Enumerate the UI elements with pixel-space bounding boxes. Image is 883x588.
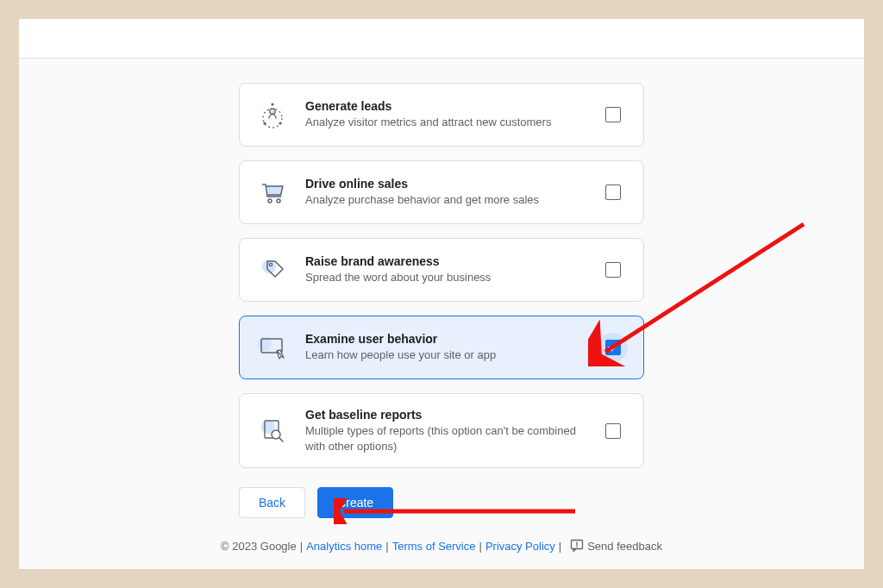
option-drive-online-sales[interactable]: Drive online sales Analyze purchase beha…	[239, 160, 644, 224]
create-button[interactable]: Create	[317, 487, 393, 518]
checkbox-wrap	[598, 178, 628, 207]
svg-rect-6	[266, 185, 282, 196]
option-desc: Analyze purchase behavior and get more s…	[305, 192, 583, 208]
option-list: Generate leads Analyze visitor metrics a…	[239, 83, 644, 468]
checkbox-wrap	[598, 333, 628, 362]
back-button[interactable]: Back	[239, 487, 305, 518]
checkbox[interactable]	[605, 423, 621, 439]
copyright-text: © 2023 Google	[221, 540, 297, 553]
svg-point-8	[277, 199, 280, 203]
privacy-link[interactable]: Privacy Policy	[485, 540, 555, 553]
top-bar	[19, 19, 864, 59]
option-texts: Drive online sales Analyze purchase beha…	[305, 177, 583, 208]
content-area: Generate leads Analyze visitor metrics a…	[19, 59, 864, 569]
checkbox[interactable]	[605, 185, 621, 200]
option-title: Get baseline reports	[305, 408, 583, 422]
option-desc: Learn how people use your site or app	[305, 347, 583, 363]
terms-link[interactable]: Terms of Service	[392, 540, 476, 553]
option-desc: Analyze visitor metrics and attract new …	[305, 115, 583, 130]
analytics-home-link[interactable]: Analytics home	[306, 540, 382, 553]
cart-icon	[255, 175, 290, 210]
option-raise-brand-awareness[interactable]: Raise brand awareness Spread the word ab…	[239, 238, 644, 302]
report-search-icon	[255, 414, 290, 448]
option-texts: Get baseline reports Multiple types of r…	[305, 408, 583, 454]
option-texts: Raise brand awareness Spread the word ab…	[305, 254, 583, 285]
svg-point-5	[271, 103, 273, 105]
leads-icon	[255, 97, 290, 132]
option-texts: Generate leads Analyze visitor metrics a…	[305, 99, 583, 130]
option-title: Raise brand awareness	[305, 254, 583, 268]
checkbox[interactable]	[605, 107, 621, 122]
option-get-baseline-reports[interactable]: Get baseline reports Multiple types of r…	[239, 393, 644, 468]
svg-point-4	[279, 122, 281, 124]
option-texts: Examine user behavior Learn how people u…	[305, 332, 583, 363]
checkbox[interactable]	[605, 262, 621, 278]
option-desc: Multiple types of reports (this option c…	[305, 423, 583, 454]
option-examine-user-behavior[interactable]: Examine user behavior Learn how people u…	[239, 316, 644, 379]
screen-cursor-icon	[255, 330, 290, 365]
app-frame: Generate leads Analyze visitor metrics a…	[19, 19, 864, 569]
option-title: Generate leads	[305, 99, 583, 113]
svg-point-3	[263, 122, 266, 124]
checkbox-wrap	[598, 255, 628, 285]
send-feedback-link[interactable]: Send feedback	[587, 540, 662, 553]
svg-point-7	[268, 199, 272, 203]
checkbox-wrap	[598, 416, 628, 446]
page-footer: © 2023 Google | Analytics home | Terms o…	[221, 539, 662, 553]
checkbox[interactable]	[605, 340, 621, 355]
option-title: Drive online sales	[305, 177, 583, 191]
option-generate-leads[interactable]: Generate leads Analyze visitor metrics a…	[239, 83, 644, 147]
option-title: Examine user behavior	[305, 332, 583, 346]
action-row: Back Create	[239, 487, 644, 518]
svg-point-17	[576, 546, 578, 547]
option-desc: Spread the word about your business	[305, 270, 583, 285]
tag-icon	[255, 253, 290, 287]
feedback-icon	[570, 539, 584, 553]
checkbox-wrap	[598, 100, 628, 129]
